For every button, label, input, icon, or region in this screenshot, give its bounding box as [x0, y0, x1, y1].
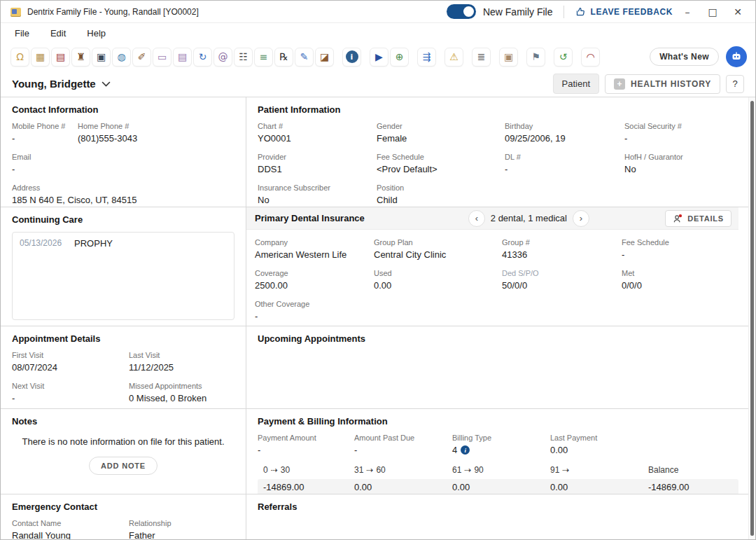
dentrix-family-file-window: Dentrix Family File - Young, Randall [YO…: [0, 0, 756, 540]
patient-selector[interactable]: Young, Bridgette: [12, 78, 111, 90]
appointment-book-button[interactable]: ▦: [31, 48, 50, 67]
notes-section: Notes There is no note information on fi…: [1, 409, 246, 494]
patient-name: Young, Bridgette: [12, 78, 96, 90]
insurance-details-button[interactable]: DETAILS: [665, 210, 732, 227]
patient-chart-button[interactable]: ▣: [92, 48, 111, 67]
family-file-tooth-icon: Ω: [14, 50, 27, 63]
title-bar: Dentrix Family File - Young, Randall [YO…: [1, 1, 755, 23]
add-note-button[interactable]: ADD NOTE: [89, 457, 158, 475]
questionnaire-button[interactable]: ☷: [234, 48, 253, 67]
quick-letters-button[interactable]: ⚑: [526, 48, 545, 67]
reference-book-button[interactable]: ◠: [581, 48, 600, 67]
leave-feedback-button[interactable]: LEAVE FEEDBACK: [575, 6, 673, 17]
menu-help[interactable]: Help: [87, 28, 106, 39]
appointment-book-icon: ▦: [34, 50, 47, 63]
field-relationship: Relationship Father: [129, 519, 234, 539]
menu-bar: File Edit Help: [1, 23, 755, 43]
guru-patient-icon: ▶: [373, 50, 386, 63]
aging-bucket-0-30: 0⇢30: [263, 465, 354, 475]
treatment-planner-button[interactable]: ✎: [295, 48, 314, 67]
calendar-sync-button[interactable]: ↻: [193, 48, 212, 67]
field-birthday: Birthday 09/25/2006, 19: [505, 122, 624, 144]
patient-information-section: Patient Information Chart # YO0001 Gende…: [246, 97, 755, 207]
field-last-visit: Last Visit 11/12/2025: [129, 351, 234, 373]
email-card-icon: @: [217, 50, 230, 63]
new-family-file-toggle[interactable]: [447, 4, 476, 19]
email-card-button[interactable]: @: [214, 48, 232, 67]
field-mobile-phone: Mobile Phone # -: [12, 122, 78, 144]
ledger-button[interactable]: ▤: [51, 48, 70, 67]
document-center-button[interactable]: ≡: [254, 48, 273, 67]
perio-chart-button[interactable]: ✐: [132, 48, 151, 67]
vertical-scrollbar[interactable]: [748, 97, 755, 539]
health-history-button[interactable]: + HEALTH HISTORY: [605, 74, 720, 94]
continuing-care-type: PROPHY: [74, 238, 113, 314]
menu-file[interactable]: File: [15, 28, 29, 39]
continuing-care-list[interactable]: 05/13/2026 PROPHY: [12, 232, 234, 320]
insurance-nav-text: 2 dental, 1 medical: [491, 213, 567, 223]
minimize-button[interactable]: –: [677, 3, 698, 21]
appointment-details-section: Appointment Details First Visit 08/07/20…: [1, 326, 246, 409]
aging-balance-value: -14869.00: [648, 482, 738, 492]
whats-new-button[interactable]: What's New: [650, 48, 719, 66]
web-sync-button[interactable]: ◍: [112, 48, 131, 67]
document-center-icon: ≡: [258, 50, 270, 63]
time-clock-button[interactable]: ◪: [315, 48, 334, 67]
ledger-icon: ▤: [55, 50, 67, 63]
assistant-button[interactable]: [726, 46, 747, 67]
menu-edit[interactable]: Edit: [50, 28, 66, 39]
thumbs-up-icon: [575, 6, 586, 17]
document-notes-button[interactable]: ▤: [173, 48, 192, 67]
patient-button[interactable]: Patient: [553, 74, 599, 94]
update-patient-button[interactable]: ↺: [554, 48, 573, 67]
family-relations-button[interactable]: ⇶: [417, 48, 436, 67]
patient-picture-button[interactable]: ▣: [499, 48, 518, 67]
printer-button[interactable]: ≣: [472, 48, 491, 67]
scrollbar-thumb[interactable]: [750, 101, 754, 536]
leave-feedback-label: LEAVE FEEDBACK: [590, 7, 673, 17]
patient-bar: Young, Bridgette Patient + HEALTH HISTOR…: [1, 71, 755, 97]
field-position: Position Child: [377, 184, 505, 205]
patient-alerts-icon: ⚠: [448, 50, 461, 63]
patient-alerts-button[interactable]: ⚠: [444, 48, 463, 67]
contact-information-section: Contact Information Mobile Phone # - Hom…: [1, 97, 246, 207]
calendar-sync-icon: ↻: [197, 50, 209, 63]
office-manager-button[interactable]: ♜: [71, 48, 90, 67]
field-met: Met 0/0/0: [622, 269, 738, 291]
guru-patient-button[interactable]: ▶: [370, 48, 388, 67]
treatment-planner-icon: ✎: [298, 50, 311, 63]
document-notes-icon: ▤: [176, 50, 189, 63]
help-button[interactable]: ?: [726, 75, 744, 93]
document-blank-button[interactable]: ▭: [153, 48, 172, 67]
field-dl-number: DL # -: [505, 153, 624, 174]
patient-chart-icon: ▣: [95, 50, 108, 63]
printer-icon: ≣: [475, 50, 488, 63]
perio-chart-icon: ✐: [136, 50, 148, 63]
insurance-prev-button[interactable]: ‹: [468, 210, 485, 227]
family-file-tooth-button[interactable]: Ω: [10, 48, 29, 67]
referrals-title: Referrals: [258, 501, 738, 512]
prescriptions-button[interactable]: ℞: [274, 48, 293, 67]
primary-dental-insurance-section: Primary Dental Insurance ‹ 2 dental, 1 m…: [246, 207, 755, 326]
continuing-care-section: Continuing Care 05/13/2026 PROPHY: [1, 207, 246, 326]
patient-picture-icon: ▣: [503, 50, 515, 63]
field-provider: Provider DDS1: [258, 153, 377, 174]
notes-empty-text: There is no note information on file for…: [12, 436, 234, 447]
info-button[interactable]: i: [342, 48, 361, 67]
aging-value-31-60: 0.00: [354, 482, 452, 492]
aging-values-row: -14869.00 0.00 0.00 0.00 -14869.00: [258, 479, 738, 494]
insurance-nav: ‹ 2 dental, 1 medical ›: [468, 210, 589, 227]
billing-type-info-icon[interactable]: i: [461, 445, 470, 455]
add-family-member-button[interactable]: ⊕: [390, 48, 409, 67]
insurance-next-button[interactable]: ›: [573, 210, 589, 227]
field-amount-past-due: Amount Past Due -: [354, 434, 452, 455]
aging-bucket-61-90: 61⇢90: [452, 465, 550, 475]
close-button[interactable]: ✕: [727, 3, 748, 21]
notes-title: Notes: [12, 416, 234, 427]
emergency-contact-title: Emergency Contact: [12, 501, 234, 512]
app-icon: [10, 8, 21, 16]
info-icon: i: [346, 50, 358, 63]
health-cross-icon: +: [614, 78, 625, 90]
document-blank-icon: ▭: [156, 50, 169, 63]
maximize-button[interactable]: □: [702, 3, 723, 21]
